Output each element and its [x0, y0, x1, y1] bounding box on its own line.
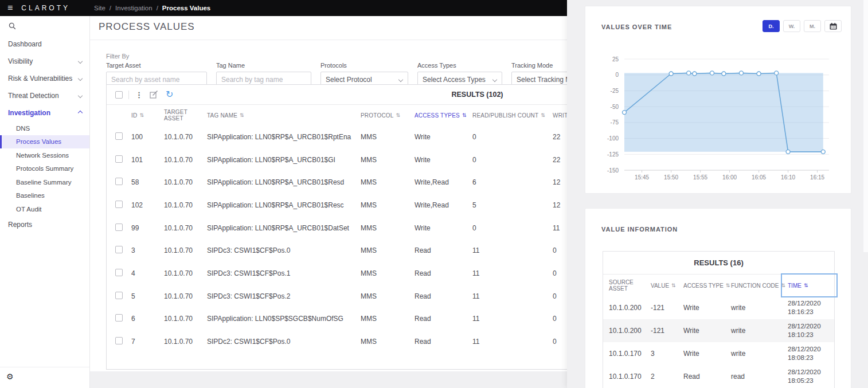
sort-icon[interactable]: ⇅ — [541, 112, 545, 118]
edit-button[interactable] — [150, 91, 158, 99]
sort-icon[interactable]: ⇅ — [139, 112, 144, 118]
cell-tag-name: SIPApplication: LLN0$RP$A_URCB01$Resc — [207, 201, 361, 209]
scrollbar-track[interactable] — [863, 0, 868, 252]
cell-access-type: Read — [683, 373, 731, 381]
breadcrumb: Site/Investigation/Process Values — [94, 5, 210, 11]
column-header-label: SOURCE ASSET — [609, 279, 651, 292]
breadcrumb-item-site[interactable]: Site — [94, 5, 105, 11]
cell-value: -121 — [651, 304, 683, 312]
row-checkbox[interactable] — [115, 269, 123, 276]
sidebar-item-risk-vulnerabilities[interactable]: Risk & Vulnerabilities — [0, 70, 89, 87]
filter-field-label: Protocols — [320, 62, 408, 69]
breadcrumb-item-investigation[interactable]: Investigation — [115, 5, 153, 11]
row-checkbox[interactable] — [115, 178, 123, 185]
filter-access-types: Access TypesSelect Access Types — [417, 62, 502, 87]
row-checkbox-cell — [115, 314, 131, 323]
gear-icon[interactable]: ⚙ — [6, 372, 14, 381]
sort-icon[interactable]: ⇅ — [240, 112, 244, 118]
value-column-header-value[interactable]: VALUE⇅ — [651, 283, 683, 289]
sidebar-item-network-sessions[interactable]: Network Sessions — [0, 148, 89, 162]
cell-protocol: MMS — [361, 315, 415, 323]
values-over-time-title: VALUES OVER TIME — [601, 23, 672, 30]
cell-value: 3 — [651, 350, 683, 358]
column-header-label: ACCESS TYPE — [683, 283, 724, 289]
sidebar-item-investigation[interactable]: Investigation — [0, 104, 89, 122]
y-tick-label: -100 — [607, 135, 619, 142]
kebab-menu-icon[interactable]: ⋮ — [135, 91, 143, 99]
data-point-marker — [623, 111, 627, 115]
breadcrumb-separator: / — [157, 5, 158, 11]
sort-icon[interactable]: ⇅ — [671, 283, 676, 288]
column-header-tag-name[interactable]: TAG NAME⇅ — [207, 112, 361, 119]
value-row[interactable]: 10.1.0.1702Readread28/12/202018:05:23 — [603, 365, 834, 388]
value-column-header-function-code[interactable]: FUNCTION CODE⇅ — [731, 283, 788, 289]
cell-id: 6 — [131, 315, 164, 323]
row-checkbox[interactable] — [115, 337, 123, 344]
sort-icon[interactable]: ⇅ — [804, 283, 808, 288]
value-row[interactable]: 10.1.0.1703Writewrite28/12/202018:08:23 — [603, 342, 834, 365]
row-checkbox-cell — [115, 269, 131, 278]
cell-id: 99 — [131, 224, 164, 232]
row-checkbox[interactable] — [115, 224, 123, 231]
breadcrumb-item-process-values[interactable]: Process Values — [162, 5, 210, 11]
column-header-read-publish-count[interactable]: READ/PUBLISH COUNT⇅ — [472, 112, 553, 119]
row-checkbox[interactable] — [115, 155, 123, 163]
sort-icon[interactable]: ⇅ — [396, 112, 401, 118]
sidebar-item-baseline-summary[interactable]: Baseline Summary — [0, 175, 89, 189]
range-button-w[interactable]: W. — [783, 20, 800, 32]
sidebar-item-protocols-summary[interactable]: Protocols Summary — [0, 162, 89, 176]
row-checkbox[interactable] — [115, 246, 123, 253]
row-checkbox[interactable] — [115, 132, 123, 140]
sidebar-item-dns[interactable]: DNS — [0, 122, 89, 135]
calendar-button[interactable] — [824, 20, 842, 32]
sort-icon[interactable]: ⇅ — [462, 112, 467, 118]
cell-tag-name: SIPDc2: CSWI1$CF$Pos.0 — [207, 338, 361, 346]
cell-time: 28/12/202018:10:23 — [788, 322, 841, 339]
range-button-d[interactable]: D. — [763, 20, 780, 32]
value-row[interactable]: 10.1.0.200-121Writewrite28/12/202018:10:… — [603, 319, 834, 342]
refresh-icon[interactable]: ↻ — [166, 90, 173, 99]
cell-time-clock: 18:08:23 — [788, 354, 841, 362]
value-table-header-row: SOURCE ASSETVALUE⇅ACCESS TYPE⇅FUNCTION C… — [603, 275, 834, 296]
sidebar-item-reports[interactable]: Reports — [0, 216, 89, 233]
sidebar-item-ot-audit[interactable]: OT Audit — [0, 202, 89, 216]
column-header-label: PROTOCOL — [361, 112, 394, 119]
row-checkbox[interactable] — [115, 201, 123, 208]
value-row[interactable]: 10.1.0.200-121Writewrite28/12/202018:16:… — [603, 296, 834, 319]
range-button-m[interactable]: M. — [804, 20, 821, 32]
breadcrumb-separator: / — [110, 5, 111, 11]
sidebar-item-threat-detection[interactable]: Threat Detection — [0, 87, 89, 104]
cell-protocol: MMS — [361, 133, 415, 141]
sidebar-item-baselines[interactable]: Baselines — [0, 189, 89, 203]
column-header-protocol[interactable]: PROTOCOL⇅ — [361, 112, 415, 119]
row-checkbox[interactable] — [115, 292, 123, 299]
sidebar-search[interactable] — [0, 16, 89, 36]
menu-icon[interactable]: ≡ — [7, 3, 13, 13]
sidebar-item-visibility[interactable]: Visibility — [0, 53, 89, 70]
value-information-card: VALUE INFORMATION RESULTS (16) SOURCE AS… — [585, 208, 851, 388]
column-header-id[interactable]: ID⇅ — [131, 112, 164, 119]
sidebar-item-label: Investigation — [8, 109, 50, 117]
column-header-access-types[interactable]: ACCESS TYPES⇅ — [415, 112, 472, 119]
cell-target-asset: 10.1.0.70 — [164, 338, 207, 346]
row-checkbox-cell — [115, 292, 131, 301]
row-checkbox-cell — [115, 224, 131, 233]
value-column-header-source-asset[interactable]: SOURCE ASSET — [609, 279, 651, 292]
value-column-header-access-type[interactable]: ACCESS TYPE⇅ — [683, 283, 731, 289]
select-all-checkbox[interactable] — [115, 91, 123, 99]
cell-function-code: write — [731, 327, 788, 335]
cell-id: 3 — [131, 246, 164, 254]
column-header-target-asset[interactable]: TARGET ASSET — [164, 109, 207, 122]
sidebar-item-label: DNS — [16, 125, 30, 132]
sidebar-item-process-values[interactable]: Process Values — [0, 135, 89, 149]
y-tick-label: -50 — [611, 104, 619, 110]
sidebar-item-dashboard[interactable]: Dashboard — [0, 36, 89, 53]
x-tick-label: 16:15 — [810, 174, 824, 181]
cell-target-asset: 10.1.0.70 — [164, 315, 207, 323]
row-checkbox-cell — [115, 201, 131, 210]
value-column-header-time[interactable]: TIME⇅ — [788, 283, 841, 289]
value-table-body: 10.1.0.200-121Writewrite28/12/202018:16:… — [603, 296, 834, 388]
sort-icon[interactable]: ⇅ — [781, 283, 785, 288]
sort-icon[interactable]: ⇅ — [726, 283, 730, 288]
row-checkbox[interactable] — [115, 314, 123, 322]
